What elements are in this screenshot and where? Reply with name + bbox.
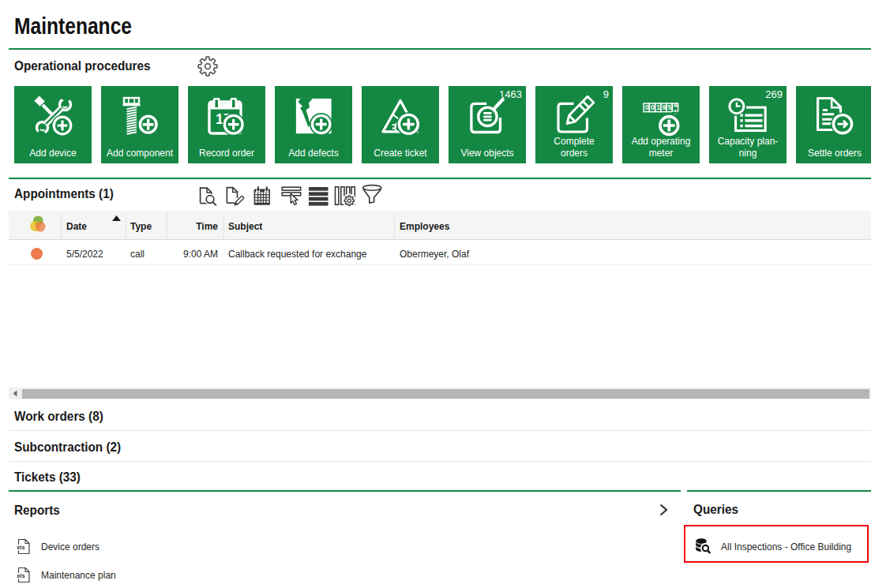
- svg-text:xls: xls: [17, 572, 24, 579]
- svg-text:0: 0: [651, 103, 655, 111]
- svg-text:5: 5: [668, 103, 672, 111]
- svg-text:xls: xls: [17, 544, 24, 551]
- svg-text:1: 1: [656, 103, 660, 111]
- svg-text:1: 1: [674, 108, 678, 116]
- svg-text:9: 9: [663, 103, 666, 111]
- svg-text:0: 0: [645, 103, 649, 111]
